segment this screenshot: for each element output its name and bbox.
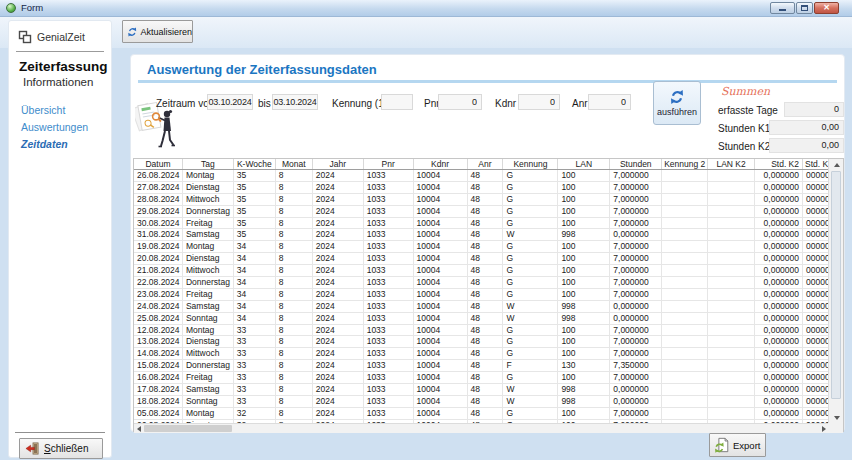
table-row[interactable]: 31.08.2024Samstag358202410331000448W9980… [134, 229, 829, 241]
cell[interactable]: W [503, 301, 558, 312]
cell[interactable]: 7,000000 [610, 206, 662, 217]
cell[interactable]: 27.08.2024 [134, 182, 183, 193]
cell[interactable]: 0,000000 [755, 360, 803, 371]
cell[interactable] [708, 170, 755, 181]
cell[interactable]: 48 [468, 301, 504, 312]
cell[interactable]: 2024 [313, 182, 364, 193]
zeitraum-bis-input[interactable] [272, 94, 318, 110]
table-row[interactable]: 16.08.2024Freitag338202410331000448G1007… [134, 372, 829, 384]
cell[interactable]: 00000 [803, 253, 829, 264]
cell[interactable]: 100 [558, 277, 610, 288]
cell[interactable]: 24.08.2024 [134, 301, 183, 312]
cell[interactable]: Samstag [183, 301, 234, 312]
cell[interactable]: 2024 [313, 325, 364, 336]
cell[interactable]: 10004 [414, 170, 468, 181]
cell[interactable]: G [503, 194, 558, 205]
cell[interactable]: Sonntag [183, 396, 234, 407]
cell[interactable]: 48 [468, 277, 504, 288]
cell[interactable] [662, 301, 708, 312]
scroll-left-arrow[interactable] [134, 424, 144, 433]
cell[interactable]: 100 [558, 265, 610, 276]
cell[interactable] [662, 241, 708, 252]
cell[interactable]: 33 [234, 396, 276, 407]
cell[interactable]: 2024 [313, 408, 364, 419]
cell[interactable] [708, 206, 755, 217]
column-header-jahr[interactable]: Jahr [313, 159, 364, 169]
cell[interactable]: 35 [234, 182, 276, 193]
cell[interactable]: 18.08.2024 [134, 396, 183, 407]
cell[interactable]: Samstag [183, 384, 234, 395]
cell[interactable]: G [503, 348, 558, 359]
cell[interactable]: 0,000000 [755, 384, 803, 395]
table-row[interactable]: 20.08.2024Dienstag348202410331000448G100… [134, 253, 829, 265]
cell[interactable]: 10004 [414, 206, 468, 217]
horizontal-scrollbar[interactable] [134, 423, 829, 433]
cell[interactable]: 7,000000 [610, 253, 662, 264]
cell[interactable]: 0,000000 [755, 372, 803, 383]
cell[interactable]: 0,000000 [755, 218, 803, 229]
cell[interactable]: 2024 [313, 396, 364, 407]
cell[interactable]: Freitag [183, 289, 234, 300]
kennung-input[interactable] [381, 94, 413, 110]
cell[interactable]: 34 [234, 253, 276, 264]
cell[interactable]: 00000 [803, 170, 829, 181]
cell[interactable]: 130 [558, 360, 610, 371]
cell[interactable]: Freitag [183, 372, 234, 383]
cell[interactable]: 13.08.2024 [134, 336, 183, 347]
table-row[interactable]: 12.08.2024Montag338202410331000448G1007,… [134, 325, 829, 337]
cell[interactable]: 2024 [313, 253, 364, 264]
cell[interactable]: 10004 [414, 265, 468, 276]
cell[interactable] [662, 253, 708, 264]
cell[interactable]: Montag [183, 325, 234, 336]
table-row[interactable]: 13.08.2024Dienstag338202410331000448G100… [134, 336, 829, 348]
cell[interactable]: 0,000000 [755, 265, 803, 276]
cell[interactable]: 00000 [803, 408, 829, 419]
cell[interactable]: 23.08.2024 [134, 289, 183, 300]
cell[interactable]: 48 [468, 289, 504, 300]
cell[interactable]: 20.08.2024 [134, 253, 183, 264]
cell[interactable]: 48 [468, 241, 504, 252]
refresh-button[interactable]: Aktualisieren [122, 20, 193, 43]
cell[interactable]: 10004 [414, 325, 468, 336]
cell[interactable]: 1033 [364, 194, 414, 205]
cell[interactable]: 7,000000 [610, 289, 662, 300]
cell[interactable]: 00000 [803, 360, 829, 371]
table-row[interactable]: 18.08.2024Sonntag338202410331000448W9980… [134, 396, 829, 408]
cell[interactable]: 35 [234, 170, 276, 181]
column-header-monat[interactable]: Monat [276, 159, 313, 169]
column-header-pnr[interactable]: Pnr [364, 159, 414, 169]
cell[interactable]: 100 [558, 170, 610, 181]
cell[interactable]: 10004 [414, 253, 468, 264]
column-header-kennung[interactable]: Kennung [503, 159, 558, 169]
cell[interactable]: 0,000000 [755, 170, 803, 181]
kdnr-input[interactable] [518, 94, 560, 110]
table-row[interactable]: 14.08.2024Mittwoch338202410331000448G100… [134, 348, 829, 360]
cell[interactable]: 8 [276, 265, 313, 276]
cell[interactable]: 0,000000 [755, 241, 803, 252]
cell[interactable]: G [503, 372, 558, 383]
cell[interactable]: 10004 [414, 289, 468, 300]
cell[interactable]: 10004 [414, 384, 468, 395]
cell[interactable]: 34 [234, 241, 276, 252]
column-header-kennung-2[interactable]: Kennung 2 [662, 159, 708, 169]
cell[interactable] [708, 325, 755, 336]
cell[interactable]: 8 [276, 194, 313, 205]
cell[interactable]: Montag [183, 170, 234, 181]
cell[interactable]: 100 [558, 182, 610, 193]
cell[interactable]: 34 [234, 265, 276, 276]
cell[interactable]: 100 [558, 194, 610, 205]
cell[interactable]: Sonntag [183, 313, 234, 324]
cell[interactable]: 7,000000 [610, 325, 662, 336]
cell[interactable]: 1033 [364, 289, 414, 300]
cell[interactable]: 34 [234, 301, 276, 312]
cell[interactable]: 00000 [803, 194, 829, 205]
cell[interactable]: 2024 [313, 313, 364, 324]
cell[interactable] [662, 170, 708, 181]
cell[interactable] [662, 289, 708, 300]
cell[interactable] [708, 289, 755, 300]
cell[interactable]: 100 [558, 348, 610, 359]
cell[interactable]: 35 [234, 218, 276, 229]
cell[interactable]: 998 [558, 396, 610, 407]
cell[interactable]: 00000 [803, 289, 829, 300]
cell[interactable]: 00000 [803, 265, 829, 276]
